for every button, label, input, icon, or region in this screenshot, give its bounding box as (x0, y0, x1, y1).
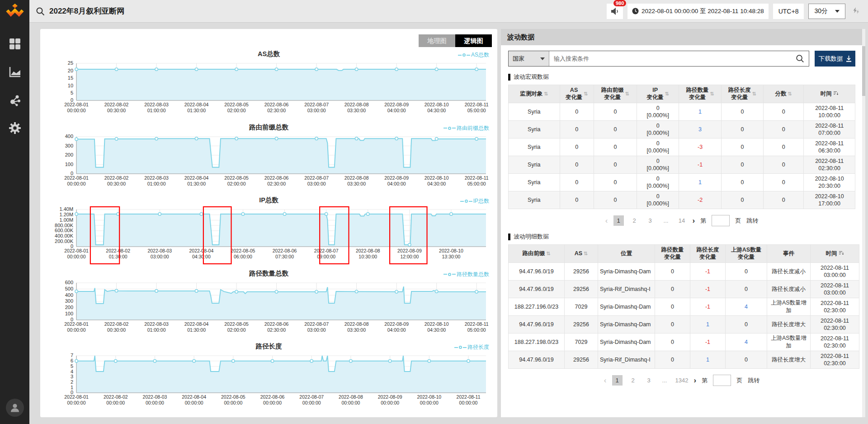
sort-icon[interactable]: ⇅ (665, 91, 669, 97)
page-button[interactable]: 1 (612, 375, 623, 386)
tab-logic-map[interactable]: 逻辑图 (455, 34, 492, 47)
jump-go-button[interactable]: 跳转 (748, 376, 760, 385)
jump-go-button[interactable]: 跳转 (746, 217, 758, 225)
column-header[interactable]: 路径长度变化量⇅ (721, 85, 763, 103)
interval-dropdown[interactable]: 30分 (808, 4, 845, 19)
data-point-marker (315, 137, 318, 140)
table-cell: 1 (690, 316, 726, 333)
chart-block-0: AS总数AS总数25201510502022-08-0100:00:002022… (45, 50, 493, 122)
jump-page-input[interactable] (712, 215, 730, 226)
data-point-marker (435, 68, 438, 71)
download-data-button[interactable]: 下载数据 (815, 51, 855, 67)
pagination: ‹123...14›第页跳转 (508, 215, 855, 226)
table-row[interactable]: 188.227.196.0/237029Syria-Dimashq-Dam0-1… (509, 298, 859, 316)
next-page-button[interactable]: › (693, 217, 695, 224)
column-header[interactable]: 路径数量变化量⇅ (679, 85, 721, 103)
jump-suffix-label: 页 (736, 376, 742, 385)
prev-page-button[interactable]: ‹ (604, 376, 607, 384)
sort-active-icon[interactable] (839, 250, 844, 257)
search-input[interactable] (549, 51, 791, 66)
search-category-dropdown[interactable]: 国家 (509, 51, 549, 66)
svg-text:1.20M: 1.20M (59, 212, 73, 217)
sidebar-item-settings[interactable] (7, 120, 23, 136)
page-button[interactable]: 3 (644, 375, 654, 386)
sidebar-item-dashboard[interactable] (7, 36, 23, 52)
column-header[interactable]: 时间 (811, 245, 859, 263)
page-button[interactable]: 1 (613, 215, 624, 226)
svg-text:2022-08-0607:30:00: 2022-08-0607:30:00 (273, 248, 297, 259)
table-row[interactable]: 94.47.96.0/1929256Syria-Dimashq-Dam010路径… (509, 316, 859, 333)
table-row[interactable]: 188.227.198.0/237029Syria-Dimashq-Dam0-1… (509, 333, 859, 351)
column-header[interactable]: IP变化量⇅ (637, 85, 679, 103)
page-button[interactable]: 2 (629, 215, 640, 226)
jump-page-input[interactable] (713, 375, 731, 386)
table-cell: 0 (764, 121, 804, 138)
page-button[interactable]: 14 (677, 215, 687, 226)
chart-legend[interactable]: AS总数 (458, 51, 489, 59)
user-avatar[interactable] (6, 399, 24, 417)
data-point-marker (235, 137, 238, 140)
page-button[interactable]: 2 (628, 375, 638, 386)
chart-legend[interactable]: 路由前缀总数 (443, 124, 489, 132)
sort-active-icon[interactable] (833, 91, 839, 97)
sort-icon[interactable]: ⇅ (710, 91, 714, 97)
table-row[interactable]: 94.47.96.0/1929256Syria-Rif_Dimashq-I010… (509, 351, 859, 369)
macro-section: 波动宏观数据 监测对象⇅AS变化量⇅路由前缀变化量⇅IP变化量⇅路径数量变化量⇅… (508, 73, 855, 226)
data-point-marker (428, 360, 430, 362)
sort-icon[interactable]: ⇅ (788, 91, 792, 97)
sort-icon[interactable]: ⇅ (625, 91, 629, 97)
data-point-marker (155, 68, 158, 71)
prev-page-button[interactable]: ‹ (605, 217, 608, 224)
sort-icon[interactable]: ⇅ (544, 91, 548, 97)
table-row[interactable]: Syria000[0.000%]1002022-08-1020:30:00 (509, 174, 855, 191)
column-header[interactable]: 路由前缀⇅ (509, 245, 565, 263)
panel-scrollbar[interactable] (862, 29, 865, 417)
table-row[interactable]: Syria000[0.000%]-3002022-08-1106:30:00 (509, 138, 855, 156)
table-row[interactable]: Syria000[0.000%]1002022-08-1110:00:00 (509, 103, 855, 121)
column-header[interactable]: AS⇅ (565, 245, 598, 263)
search-icon[interactable] (36, 7, 45, 16)
table-row[interactable]: 94.47.96.0/1929256Syria-Dimashq-Dam0-10路… (509, 263, 859, 281)
brand-logo[interactable] (6, 4, 24, 21)
time-range-picker[interactable]: 2022-08-01 00:00:00 至 2022-08-11 10:48:2… (627, 4, 769, 19)
table-cell: 4 (726, 333, 767, 351)
chart-legend[interactable]: 路径数量总数 (443, 271, 489, 278)
search-submit-button[interactable] (791, 51, 809, 66)
svg-text:800.00K: 800.00K (55, 223, 74, 228)
column-header[interactable]: AS变化量⇅ (560, 85, 594, 103)
table-row[interactable]: Syria000[0.000%]-1002022-08-1102:30:00 (509, 156, 855, 174)
magnifier-icon (796, 54, 804, 63)
sort-icon[interactable]: ⇅ (584, 91, 588, 97)
table-row[interactable]: 94.47.96.0/1929256Syria-Rif_Dimashq-I0-1… (509, 281, 859, 298)
page-button[interactable]: 3 (645, 215, 656, 226)
table-row[interactable]: Syria000[0.000%]3002022-08-1107:00:00 (509, 121, 855, 138)
chart-legend[interactable]: 路径长度 (454, 343, 489, 351)
svg-text:500: 500 (65, 286, 73, 291)
panel-scrollbar-thumb[interactable] (862, 46, 865, 96)
svg-text:2022-08-0912:00:00: 2022-08-0912:00:00 (397, 248, 422, 259)
tab-geographic-map[interactable]: 地理图 (419, 34, 455, 47)
column-header[interactable]: 路由前缀变化量⇅ (594, 85, 637, 103)
table-row[interactable]: Syria000[0.000%]-2002022-08-1017:00:00 (509, 191, 855, 209)
column-header[interactable]: 监测对象⇅ (509, 85, 560, 103)
column-header[interactable]: 分数⇅ (764, 85, 804, 103)
sidebar-item-charts[interactable] (7, 64, 23, 80)
timezone-label: UTC+8 (773, 4, 804, 19)
refresh-button[interactable] (850, 7, 862, 15)
svg-text:2: 2 (71, 379, 73, 385)
search-box: 国家 (508, 51, 809, 67)
svg-text:1: 1 (71, 385, 73, 390)
sort-icon[interactable]: ⇅ (752, 91, 756, 97)
sort-icon[interactable]: ⇅ (546, 251, 550, 257)
chart-plot-0: 25201510502022-08-0100:00:002022-08-0200… (45, 60, 493, 119)
sort-icon[interactable]: ⇅ (584, 251, 588, 257)
next-page-button[interactable]: › (693, 376, 696, 384)
chart-legend[interactable]: IP总数 (460, 197, 489, 205)
sidebar-item-topology[interactable] (7, 92, 23, 108)
table-cell: 2022-08-1017:00:00 (804, 191, 855, 209)
notification-button[interactable]: 980 (607, 4, 623, 19)
svg-text:2022-08-1004:30:00: 2022-08-1004:30:00 (425, 321, 449, 333)
column-header[interactable]: 时间 (804, 85, 855, 103)
table-cell: 0 (764, 138, 804, 156)
page-button[interactable]: 1342 (675, 375, 689, 386)
